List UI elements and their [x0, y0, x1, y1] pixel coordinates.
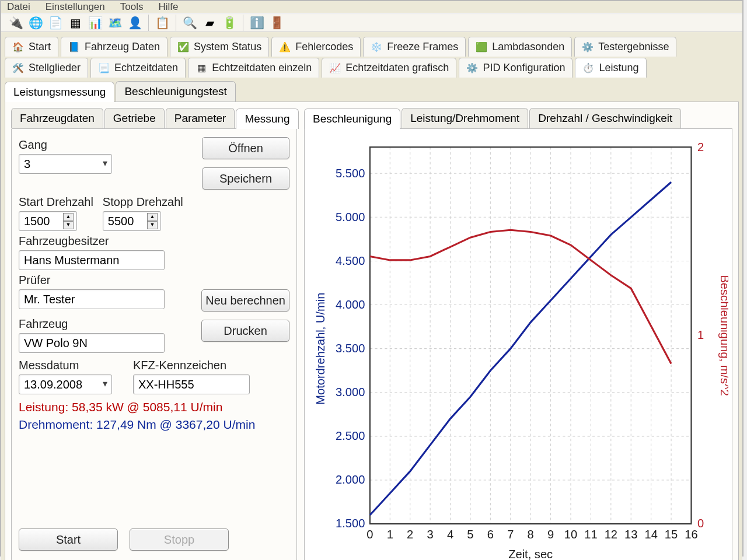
- svg-text:3: 3: [427, 528, 434, 541]
- tab-fahrzeugdaten[interactable]: Fahrzeugdaten: [11, 108, 103, 128]
- info-icon[interactable]: ℹ️: [248, 14, 266, 32]
- user-icon[interactable]: 👤: [126, 14, 144, 32]
- tab-label: PID Konfiguration: [483, 62, 565, 74]
- table-icon[interactable]: ▦: [67, 14, 84, 32]
- menu-hilfe[interactable]: Hilfe: [158, 1, 178, 13]
- svg-text:16: 16: [685, 528, 697, 541]
- save-button[interactable]: Speichern: [202, 167, 289, 190]
- globe-icon[interactable]: 🌐: [27, 14, 44, 32]
- svg-text:5.500: 5.500: [336, 167, 365, 180]
- tab-lambdasonden[interactable]: 🟩Lambdasonden: [468, 37, 572, 57]
- realtime-icon: 📃: [98, 62, 110, 74]
- tab-echtzeitdaten-einzeln[interactable]: ▦Echtzeitdaten einzeln: [188, 58, 319, 78]
- main-tabs-row2: 🛠️Stellglieder📃Echtzeitdaten▦Echtzeitdat…: [5, 58, 739, 78]
- stop-rpm-label: Stopp Drehzahl: [103, 195, 183, 209]
- snowflake-icon: ❄️: [371, 41, 382, 53]
- chart-icon[interactable]: 📊: [86, 14, 104, 32]
- tab-label: Lambdasonden: [492, 41, 564, 53]
- svg-text:9: 9: [547, 528, 554, 541]
- gang-select[interactable]: 3: [19, 154, 112, 174]
- document-icon[interactable]: 📄: [47, 14, 64, 32]
- tab-label: Fehlercodes: [295, 41, 353, 53]
- result-power: Leistung: 58,35 kW @ 5085,11 U/min: [19, 400, 289, 414]
- tab-label: Leistung: [599, 62, 638, 74]
- tab-echtzeitdaten-grafisch[interactable]: 📈Echtzeitdaten grafisch: [322, 58, 456, 78]
- tab-fehlercodes[interactable]: ⚠️Fehlercodes: [271, 37, 361, 57]
- tab-label: Echtzeitdaten grafisch: [345, 62, 449, 74]
- terminal-icon[interactable]: ▰: [201, 14, 218, 32]
- tab-system-status[interactable]: ✅System Status: [170, 37, 269, 57]
- tab-label: Stellglieder: [29, 62, 81, 74]
- tab-label: Echtzeitdaten: [114, 62, 178, 74]
- tab-pid-konfiguration[interactable]: ⚙️PID Konfiguration: [459, 58, 573, 78]
- tab-testergebnisse[interactable]: ⚙️Testergebnisse: [574, 37, 676, 57]
- home-icon: 🏠: [12, 41, 24, 53]
- tab-parameter[interactable]: Parameter: [166, 108, 235, 128]
- svg-text:Beschleunigung, m/s^2: Beschleunigung, m/s^2: [718, 275, 728, 396]
- svg-text:7: 7: [507, 528, 514, 541]
- date-picker[interactable]: 13.09.2008: [19, 374, 112, 394]
- date-label: Messdatum: [19, 359, 124, 372]
- tab-fahrzeug-daten[interactable]: 📘Fahrzeug Daten: [61, 37, 167, 57]
- tab-freeze-frames[interactable]: ❄️Freeze Frames: [363, 37, 466, 57]
- chart-subtabs: Beschleunigung Leistung/Drehmoment Drehz…: [304, 108, 732, 128]
- right-column: Beschleunigung Leistung/Drehmoment Drehz…: [304, 108, 732, 560]
- main-tabs-row1: 🏠Start📘Fahrzeug Daten✅System Status⚠️Feh…: [5, 37, 739, 57]
- stop-button[interactable]: Stopp: [130, 528, 229, 551]
- svg-text:2.000: 2.000: [336, 473, 365, 486]
- vehicle-label: Fahrzeug: [19, 317, 289, 331]
- svg-text:0: 0: [366, 528, 373, 541]
- realtime-single-icon: ▦: [196, 62, 207, 74]
- svg-text:4: 4: [447, 528, 453, 541]
- svg-text:2.500: 2.500: [336, 429, 365, 442]
- tester-input[interactable]: [19, 289, 165, 309]
- stop-rpm-spinner[interactable]: ▲▼: [147, 213, 158, 229]
- tab-label: Freeze Frames: [387, 41, 458, 53]
- svg-text:13: 13: [624, 528, 637, 541]
- menu-datei[interactable]: Datei: [7, 1, 30, 13]
- start-rpm-spinner[interactable]: ▲▼: [63, 213, 74, 229]
- search-icon[interactable]: 🔍: [181, 14, 198, 32]
- owner-input[interactable]: [19, 250, 165, 270]
- tab-leistungsmessung[interactable]: Leistungsmessung: [5, 82, 114, 102]
- svg-text:4.000: 4.000: [336, 298, 365, 311]
- plate-input[interactable]: [133, 374, 250, 394]
- tab-getriebe[interactable]: Getriebe: [104, 108, 165, 128]
- tab-leistung[interactable]: ⏱️Leistung: [575, 58, 646, 78]
- chart-host: 0123456789101112131415161.5002.0002.5003…: [304, 128, 732, 560]
- actuator-icon: 🛠️: [12, 62, 24, 74]
- vehicle-input[interactable]: [19, 333, 165, 353]
- start-button[interactable]: Start: [19, 528, 118, 551]
- menu-tools[interactable]: Tools: [120, 1, 144, 13]
- tab-chart-beschleunigung[interactable]: Beschleunigung: [304, 108, 400, 129]
- tab-chart-drehzahl-geschw[interactable]: Drehzahl / Geschwindigkeit: [529, 108, 681, 128]
- copy-icon[interactable]: 📋: [153, 14, 171, 32]
- tab-label: Start: [29, 41, 51, 53]
- start-rpm-label: Start Drehzahl: [19, 195, 93, 209]
- connect-icon[interactable]: 🔌: [7, 14, 25, 32]
- tab-stellglieder[interactable]: 🛠️Stellglieder: [5, 58, 88, 78]
- svg-text:14: 14: [644, 528, 657, 541]
- map-icon[interactable]: 🗺️: [106, 14, 124, 32]
- tab-chart-leistung-drehmoment[interactable]: Leistung/Drehmoment: [402, 108, 528, 128]
- svg-text:11: 11: [584, 528, 597, 541]
- performance-icon: ⏱️: [582, 62, 594, 74]
- tab-messung[interactable]: Messung: [236, 108, 298, 129]
- tab-echtzeitdaten[interactable]: 📃Echtzeitdaten: [90, 58, 186, 78]
- gang-label: Gang: [19, 138, 165, 152]
- warning-icon: ⚠️: [279, 41, 291, 53]
- gear-icon: ⚙️: [582, 41, 594, 53]
- open-button[interactable]: Öffnen: [202, 137, 289, 159]
- svg-text:1: 1: [387, 528, 393, 541]
- recalc-button[interactable]: Neu berechnen: [201, 289, 289, 312]
- menu-einstellungen[interactable]: Einstellungen: [46, 1, 105, 13]
- svg-text:2: 2: [697, 141, 704, 153]
- form-subtabs: Fahrzeugdaten Getriebe Parameter Messung: [11, 108, 297, 128]
- exit-icon[interactable]: 🚪: [268, 14, 285, 32]
- battery-icon[interactable]: 🔋: [221, 14, 238, 32]
- tab-start[interactable]: 🏠Start: [5, 37, 58, 57]
- svg-text:15: 15: [665, 528, 678, 541]
- tester-label: Prüfer: [19, 274, 289, 287]
- tab-beschleunigungstest[interactable]: Beschleunigungstest: [116, 81, 235, 102]
- svg-text:1: 1: [697, 328, 704, 341]
